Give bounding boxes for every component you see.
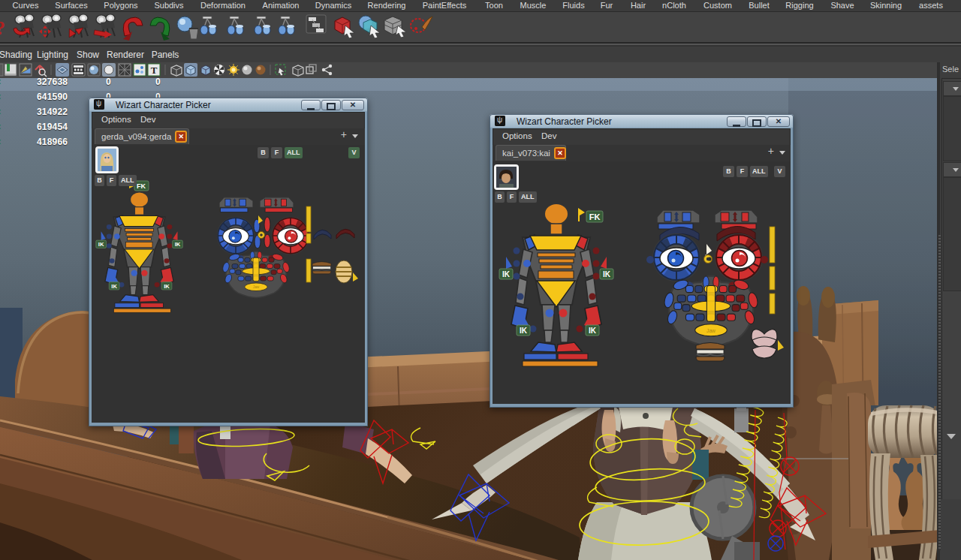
svg-text:T: T [151,65,158,76]
svg-text:?: ? [0,17,5,39]
svg-text:FK: FK [137,182,146,190]
svg-text:FK: FK [589,212,601,221]
